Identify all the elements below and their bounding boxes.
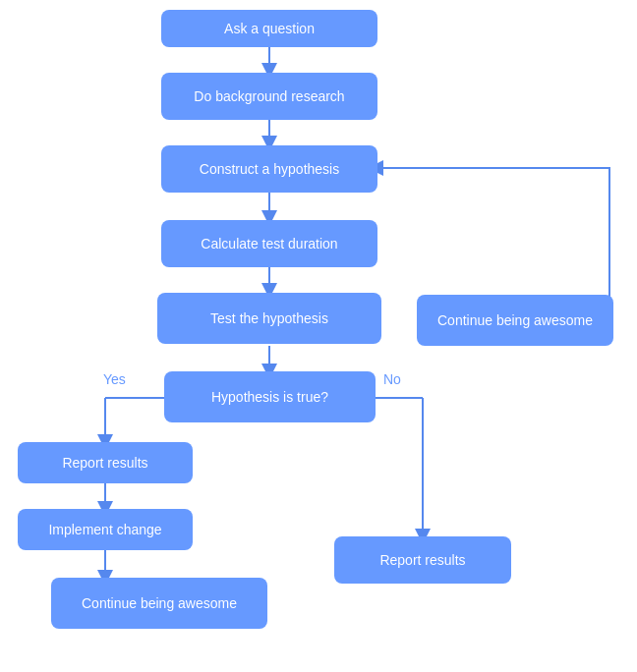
- continue-awesome-right-node: Continue being awesome: [417, 295, 613, 346]
- flowchart: Yes No Ask a question Do background rese…: [0, 0, 637, 672]
- hypothesis-true-node: Hypothesis is true?: [164, 371, 376, 422]
- construct-hypothesis-node: Construct a hypothesis: [161, 145, 377, 193]
- calculate-duration-node: Calculate test duration: [161, 220, 377, 267]
- report-results-no-node: Report results: [334, 536, 511, 584]
- background-research-node: Do background research: [161, 73, 377, 120]
- continue-awesome-yes-node: Continue being awesome: [51, 578, 267, 629]
- implement-change-node: Implement change: [18, 509, 193, 550]
- no-label: No: [383, 371, 401, 387]
- test-hypothesis-node: Test the hypothesis: [157, 293, 381, 344]
- yes-label: Yes: [103, 371, 126, 387]
- ask-question-node: Ask a question: [161, 10, 377, 47]
- report-results-yes-node: Report results: [18, 442, 193, 483]
